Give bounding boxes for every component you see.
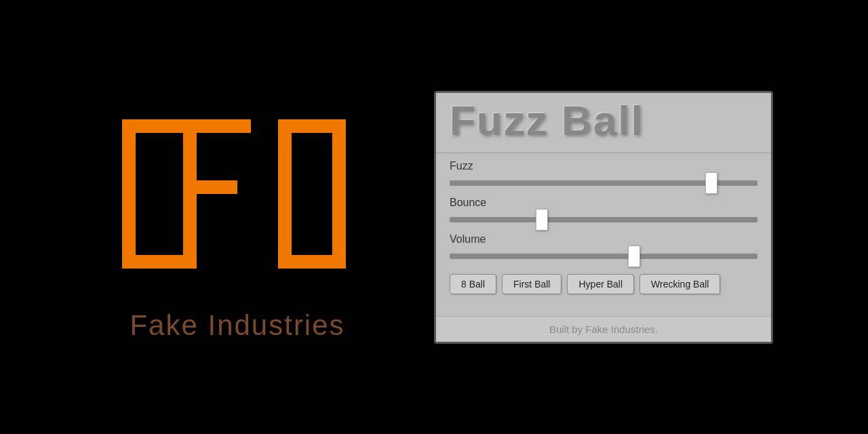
bounce-thumb[interactable] — [536, 209, 548, 231]
fuzz-thumb[interactable] — [705, 172, 717, 194]
volume-track — [450, 254, 757, 259]
svg-rect-2 — [122, 255, 183, 269]
preset-hyperball-button[interactable]: Hyper Ball — [567, 274, 634, 294]
presets-row: 8 Ball First Ball Hyper Ball Wrecking Ba… — [450, 274, 757, 294]
svg-rect-7 — [332, 119, 346, 269]
svg-rect-1 — [122, 119, 183, 133]
volume-section: Volume — [450, 233, 757, 263]
preset-wreckingball-button[interactable]: Wrecking Ball — [639, 274, 720, 294]
plugin-panel: Fuzz Ball Fuzz Bounce — [434, 91, 773, 344]
volume-thumb[interactable] — [628, 245, 640, 267]
plugin-body: Fuzz Bounce Volume — [436, 153, 771, 316]
svg-rect-6 — [278, 119, 292, 269]
company-name: Fake Industries — [130, 309, 344, 342]
preset-8ball-button[interactable]: 8 Ball — [450, 274, 496, 294]
bounce-track — [450, 217, 757, 222]
plugin-footer: Built by Fake Industries. — [436, 316, 771, 342]
volume-slider[interactable] — [450, 250, 757, 263]
volume-label: Volume — [450, 233, 757, 245]
svg-rect-5 — [183, 180, 237, 194]
logo-section: Fake Industries — [95, 92, 380, 342]
plugin-header: Fuzz Ball — [436, 93, 771, 153]
footer-text: Built by Fake Industries. — [450, 323, 757, 335]
fuzz-track — [450, 180, 757, 186]
svg-rect-8 — [292, 119, 346, 133]
svg-rect-0 — [122, 119, 136, 269]
fuzz-slider[interactable] — [450, 176, 757, 190]
plugin-title: Fuzz Ball — [450, 100, 757, 142]
svg-rect-9 — [292, 255, 346, 269]
preset-firstball-button[interactable]: First Ball — [502, 274, 561, 294]
fuzz-label: Fuzz — [450, 160, 757, 172]
fuzz-section: Fuzz — [450, 160, 757, 190]
fi-logo — [95, 92, 380, 296]
bounce-section: Bounce — [450, 197, 757, 226]
main-container: Fake Industries Fuzz Ball Fuzz Bounce — [0, 0, 868, 434]
bounce-label: Bounce — [450, 197, 757, 209]
svg-rect-4 — [183, 119, 251, 133]
bounce-slider[interactable] — [450, 213, 757, 226]
